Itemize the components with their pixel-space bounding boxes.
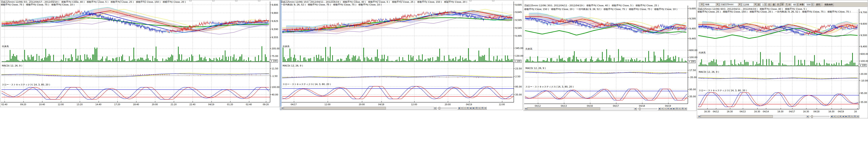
nav-button-8[interactable]: B xyxy=(681,107,684,110)
scrollbar-thumb[interactable] xyxy=(284,107,386,109)
spinner-arrows-icon[interactable]: ▲▼ xyxy=(764,3,766,6)
clipped-toolbar-button[interactable] xyxy=(6,0,8,1)
clipped-toolbar-button[interactable] xyxy=(309,0,311,1)
clipped-toolbar-button[interactable] xyxy=(52,0,54,1)
time-axis-label: 02:40 xyxy=(1,103,7,106)
horizontal-scrollbar[interactable] xyxy=(527,107,634,110)
nav-button-5[interactable]: ▶ xyxy=(472,107,475,109)
nav-button-1[interactable]: + xyxy=(833,115,836,118)
scroll-right-button[interactable]: ► xyxy=(806,115,809,118)
clipped-toolbar-button[interactable] xyxy=(235,0,238,1)
clipped-toolbar-button[interactable] xyxy=(332,0,334,1)
nav-button-3[interactable]: ⬍ xyxy=(839,115,842,118)
scroll-right-button[interactable]: ► xyxy=(434,107,437,109)
scroll-left-button[interactable]: ◄ xyxy=(524,107,527,110)
nav-button-2[interactable]: − xyxy=(463,107,466,109)
clipped-toolbar-button[interactable] xyxy=(121,0,123,1)
clipped-toolbar-button[interactable] xyxy=(378,0,380,1)
nav-button-7[interactable]: L xyxy=(678,107,681,110)
chart-plot-chart-5min[interactable] xyxy=(0,0,280,107)
chart-plot-chart-60min[interactable] xyxy=(697,0,868,119)
zoom-slider[interactable] xyxy=(810,116,829,117)
nav-button-6[interactable]: D xyxy=(475,107,478,109)
market-select[interactable]: 先物▼ xyxy=(704,3,719,6)
nav-button-4[interactable]: ▪ xyxy=(469,107,472,109)
period-button-4[interactable]: T xyxy=(785,3,788,6)
contract-select[interactable]: 12/06▼ xyxy=(742,3,757,6)
clipped-toolbar-button[interactable] xyxy=(212,0,215,1)
period-button-3[interactable]: 分 xyxy=(780,3,784,6)
nav-button-5[interactable]: ▶ xyxy=(845,115,847,118)
nav-button-3[interactable]: ⬍ xyxy=(666,107,670,110)
nav-button-7[interactable]: L xyxy=(478,107,481,109)
zoom-slider[interactable] xyxy=(438,107,457,109)
nav-button-9[interactable]: ⊛ xyxy=(484,107,487,109)
spinner-arrows-icon[interactable]: ▲▼ xyxy=(796,3,799,6)
nav-button-8[interactable]: B xyxy=(854,115,856,118)
nav-button-0[interactable]: ◀ xyxy=(830,115,833,118)
nav-button-7[interactable]: L xyxy=(850,115,854,118)
nav-button-9[interactable]: ⊛ xyxy=(856,115,859,118)
zoom-slider-handle[interactable] xyxy=(639,107,641,110)
time-axis-label: 04/13 xyxy=(561,105,567,107)
horizontal-scrollbar[interactable] xyxy=(700,115,806,118)
clipped-toolbar-button[interactable] xyxy=(189,0,192,1)
clipped-toolbar-button[interactable] xyxy=(29,0,31,1)
clipped-toolbar-button[interactable] xyxy=(400,0,403,1)
clipped-toolbar-button[interactable] xyxy=(98,0,100,1)
clipped-toolbar-button[interactable] xyxy=(144,0,146,1)
bar-count-spinner[interactable]: 500▲▼ xyxy=(804,3,814,6)
multi-symbol-button[interactable]: 複数銘柄 xyxy=(824,3,834,6)
nav-button-4[interactable]: ▪ xyxy=(842,115,845,118)
chevron-down-icon[interactable]: ▼ xyxy=(738,3,741,6)
clipped-toolbar-button[interactable] xyxy=(75,0,77,1)
chevron-down-icon[interactable]: ▼ xyxy=(754,3,757,6)
axis-tick-label: 100.00 xyxy=(272,86,280,89)
clipped-toolbar-button[interactable] xyxy=(286,0,288,1)
nav-button-6[interactable]: D xyxy=(675,107,678,110)
chart-plot-chart-15min[interactable] xyxy=(280,0,523,110)
nav-button-2[interactable]: − xyxy=(836,115,839,118)
volume-multiplier-box: × 100 xyxy=(687,60,695,63)
period-button-1[interactable]: 週 xyxy=(772,3,776,6)
nav-button-1[interactable]: + xyxy=(460,107,463,109)
nav-button-8[interactable]: B xyxy=(481,107,484,109)
chevron-down-icon[interactable]: ▼ xyxy=(716,3,719,6)
nav-button-3[interactable]: ⬍ xyxy=(466,107,469,109)
nav-button-2[interactable]: − xyxy=(664,107,666,110)
symbol-select[interactable]: 日経225mini▼ xyxy=(720,3,742,6)
nav-button-6[interactable]: D xyxy=(847,115,850,118)
clipped-toolbar-button[interactable] xyxy=(492,0,494,1)
scrollbar-thumb[interactable] xyxy=(701,115,773,118)
bar-interval-spinner[interactable]: 1▲▼ xyxy=(761,3,767,6)
clipped-toolbar-button[interactable] xyxy=(423,0,426,1)
nav-button-0[interactable]: ◀ xyxy=(458,107,460,109)
clipped-toolbar-button[interactable] xyxy=(469,0,471,1)
nav-button-4[interactable]: ▪ xyxy=(670,107,673,110)
nav-button-0[interactable]: ◀ xyxy=(658,107,661,110)
mini-combo[interactable]: ▼ xyxy=(700,3,704,6)
period-button-2[interactable]: 月 xyxy=(776,3,780,6)
spinner-arrows-icon[interactable]: ▲▼ xyxy=(811,3,813,6)
zoom-slider-handle[interactable] xyxy=(811,115,813,118)
clipped-toolbar-button[interactable] xyxy=(355,0,357,1)
apply-button[interactable]: 適用 xyxy=(815,3,821,6)
clipped-toolbar-button[interactable] xyxy=(166,0,169,1)
nav-button-9[interactable]: ⊛ xyxy=(684,107,687,110)
period-button-0[interactable]: 日 xyxy=(767,3,771,6)
axis-tick-label: 23.50 xyxy=(515,67,522,70)
scrollbar-thumb[interactable] xyxy=(528,107,600,110)
minutes-spinner[interactable]: 60▲▼ xyxy=(791,3,799,6)
horizontal-scrollbar[interactable] xyxy=(283,107,434,109)
nav-button-1[interactable]: + xyxy=(661,107,664,110)
zoom-slider-handle[interactable] xyxy=(439,107,440,109)
scroll-left-button[interactable]: ◄ xyxy=(281,107,283,109)
zoom-slider[interactable] xyxy=(638,108,657,109)
scroll-left-button[interactable]: ◄ xyxy=(698,115,700,118)
nav-button-5[interactable]: ▶ xyxy=(673,107,675,110)
chevron-down-icon[interactable]: ▼ xyxy=(700,3,704,6)
chart-plot-chart-30min[interactable] xyxy=(524,0,696,111)
clipped-toolbar-button[interactable] xyxy=(446,0,448,1)
scroll-right-button[interactable]: ► xyxy=(634,107,637,110)
clipped-toolbar-button[interactable] xyxy=(258,0,260,1)
